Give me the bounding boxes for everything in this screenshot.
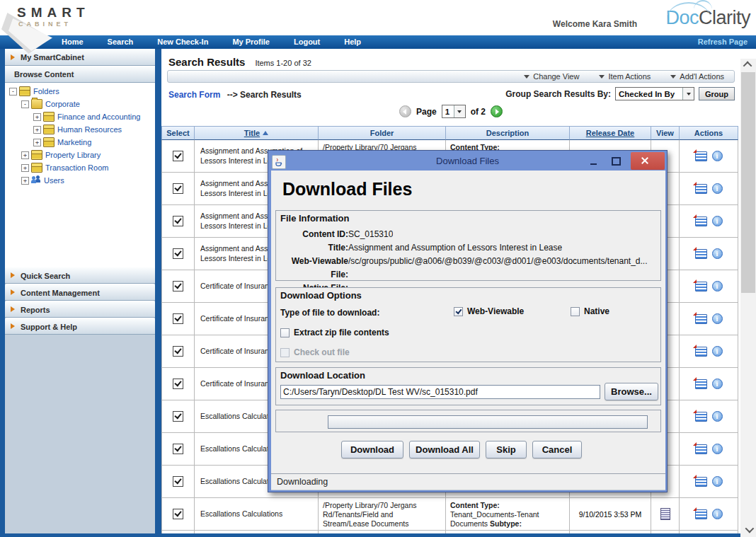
column-header-title[interactable]: Title (195, 126, 319, 140)
tree-item-marketing[interactable]: +Marketing (5, 136, 155, 149)
info-icon[interactable] (712, 183, 723, 194)
menu-item-actions[interactable]: Item Actions (599, 72, 651, 81)
sidebar-section-support-help[interactable]: Support & Help (5, 318, 155, 335)
dialog-titlebar[interactable]: Download Files (270, 153, 665, 170)
file-info-row: Title:Assignment and Assumption of Lesso… (276, 241, 660, 255)
tree-item-corporate[interactable]: -Corporate (5, 98, 155, 110)
view-document-icon[interactable] (660, 508, 670, 520)
info-icon[interactable] (712, 379, 723, 389)
item-actions-icon[interactable] (695, 477, 707, 487)
row-checkbox[interactable] (173, 151, 183, 161)
column-header-actions: Actions (680, 126, 738, 140)
info-icon[interactable] (712, 411, 723, 422)
row-checkbox[interactable] (173, 248, 183, 259)
row-checkbox[interactable] (173, 183, 183, 194)
actions-cell (680, 173, 738, 205)
field-value: SC_015310 (348, 228, 393, 241)
item-actions-icon[interactable] (695, 249, 707, 259)
cb-checkout (280, 348, 290, 357)
item-actions-icon[interactable] (695, 216, 707, 226)
tree-item-folders[interactable]: -Folders (5, 85, 155, 98)
row-checkbox[interactable] (173, 444, 183, 454)
cb-native[interactable] (571, 307, 580, 316)
menu-change-view[interactable]: Change View (524, 72, 579, 81)
info-icon[interactable] (712, 248, 723, 259)
row-checkbox[interactable] (173, 313, 183, 324)
previous-page-button[interactable] (399, 105, 411, 117)
tree-item-users[interactable]: +Users (5, 174, 155, 187)
tree-toggle-icon[interactable]: + (33, 139, 41, 146)
info-icon[interactable] (712, 151, 723, 161)
tree-toggle-icon[interactable]: + (21, 177, 29, 185)
nav-item-home[interactable]: Home (50, 35, 96, 49)
button-skip[interactable]: Skip (486, 441, 527, 458)
row-checkbox[interactable] (173, 346, 183, 357)
item-actions-icon[interactable] (695, 347, 707, 357)
group-button[interactable]: Group (699, 87, 735, 100)
maximize-button[interactable] (607, 153, 625, 170)
maximize-icon (612, 157, 621, 166)
nav-item-logout[interactable]: Logout (282, 35, 332, 49)
sidebar-panel-browse-content[interactable]: Browse Content (5, 66, 155, 83)
tree-toggle-icon[interactable]: - (9, 88, 17, 96)
download-options-section: Download Options Type of file to downloa… (275, 287, 661, 362)
download-path-input[interactable] (280, 385, 600, 399)
item-actions-icon[interactable] (695, 412, 707, 422)
info-icon[interactable] (712, 346, 723, 357)
scroll-up-button[interactable] (740, 59, 756, 71)
cb-extract[interactable] (280, 328, 290, 337)
item-actions-icon[interactable] (695, 151, 707, 161)
button-download[interactable]: Download (341, 441, 403, 458)
tree-item-property-library[interactable]: +Property Library (5, 149, 155, 161)
item-actions-icon[interactable] (695, 282, 707, 291)
nav-item-new-check-in[interactable]: New Check-In (145, 35, 220, 49)
item-actions-icon[interactable] (695, 444, 707, 454)
info-icon[interactable] (712, 216, 723, 226)
info-icon[interactable] (712, 444, 723, 454)
row-checkbox[interactable] (173, 509, 183, 519)
menu-add-l-actions[interactable]: Add'l Actions (670, 72, 724, 81)
row-checkbox[interactable] (173, 281, 183, 291)
tree-toggle-icon[interactable]: + (21, 151, 29, 159)
tree-item-finance-and-accounting[interactable]: +Finance and Accounting (5, 110, 155, 123)
sidebar-section-quick-search[interactable]: Quick Search (5, 267, 155, 284)
search-form-link[interactable]: Search Form (168, 90, 220, 100)
sidebar-section-content-management[interactable]: Content Management (5, 284, 155, 301)
item-actions-icon[interactable] (695, 314, 707, 324)
close-button[interactable] (631, 152, 665, 170)
tree-toggle-icon[interactable]: + (21, 164, 29, 172)
tree-toggle-icon[interactable]: - (21, 100, 29, 108)
page-select[interactable]: 1 (442, 105, 466, 118)
item-actions-icon[interactable] (695, 509, 707, 519)
scrollbar-thumb[interactable] (741, 72, 755, 293)
tree-toggle-icon[interactable]: + (33, 113, 41, 121)
refresh-page-link[interactable]: Refresh Page (698, 35, 748, 49)
minimize-button[interactable] (584, 153, 602, 170)
sidebar-section-reports[interactable]: Reports (5, 301, 155, 318)
next-page-button[interactable] (491, 105, 503, 117)
info-icon[interactable] (712, 281, 723, 291)
tree-item-human-resources[interactable]: +Human Resources (5, 123, 155, 136)
button-cancel[interactable]: Cancel (532, 441, 582, 458)
info-icon[interactable] (712, 509, 723, 519)
tree-item-label: Marketing (57, 138, 91, 146)
row-checkbox[interactable] (173, 379, 183, 389)
item-actions-icon[interactable] (695, 184, 707, 194)
info-icon[interactable] (712, 313, 723, 324)
button-download-all[interactable]: Download All (409, 441, 480, 458)
cb-webviewable[interactable] (454, 307, 463, 316)
info-icon[interactable] (712, 476, 723, 487)
tree-toggle-icon[interactable]: + (33, 126, 41, 134)
nav-item-help[interactable]: Help (332, 35, 373, 49)
tree-item-transaction-room[interactable]: +Transaction Room (5, 161, 155, 174)
column-header-release-date[interactable]: Release Date (570, 126, 651, 140)
browse-button[interactable]: Browse... (605, 383, 658, 400)
group-by-select[interactable]: Checked In By (615, 87, 694, 100)
scroll-down-button[interactable] (740, 524, 756, 536)
row-checkbox[interactable] (173, 476, 183, 487)
nav-item-my-profile[interactable]: My Profile (220, 35, 282, 49)
row-checkbox[interactable] (173, 411, 183, 422)
row-checkbox[interactable] (173, 216, 183, 226)
nav-item-search[interactable]: Search (96, 35, 146, 49)
item-actions-icon[interactable] (695, 379, 707, 389)
